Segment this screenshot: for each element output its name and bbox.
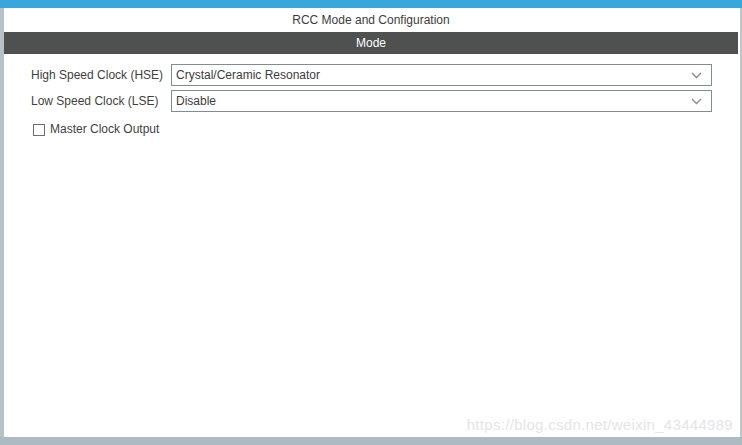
high-speed-clock-value: Crystal/Ceramic Resonator (176, 65, 320, 85)
high-speed-clock-label: High Speed Clock (HSE) (31, 64, 163, 86)
high-speed-clock-select[interactable]: Crystal/Ceramic Resonator (171, 64, 712, 86)
left-frame-border (0, 8, 4, 445)
low-speed-clock-value: Disable (176, 91, 216, 111)
rcc-configuration-panel: RCC Mode and Configuration Mode High Spe… (0, 0, 742, 445)
master-clock-output-label: Master Clock Output (50, 121, 159, 137)
top-accent-bar (0, 0, 742, 8)
chevron-down-icon (691, 72, 702, 79)
watermark: https://blog.csdn.net/weixin_43444989 (467, 416, 733, 433)
master-clock-output-checkbox[interactable] (33, 124, 45, 136)
chevron-down-icon (691, 98, 702, 105)
bottom-frame-bar (0, 437, 742, 445)
section-header-mode: Mode (4, 32, 738, 54)
low-speed-clock-select[interactable]: Disable (171, 90, 712, 112)
panel-title: RCC Mode and Configuration (0, 8, 742, 32)
low-speed-clock-label: Low Speed Clock (LSE) (31, 90, 158, 112)
